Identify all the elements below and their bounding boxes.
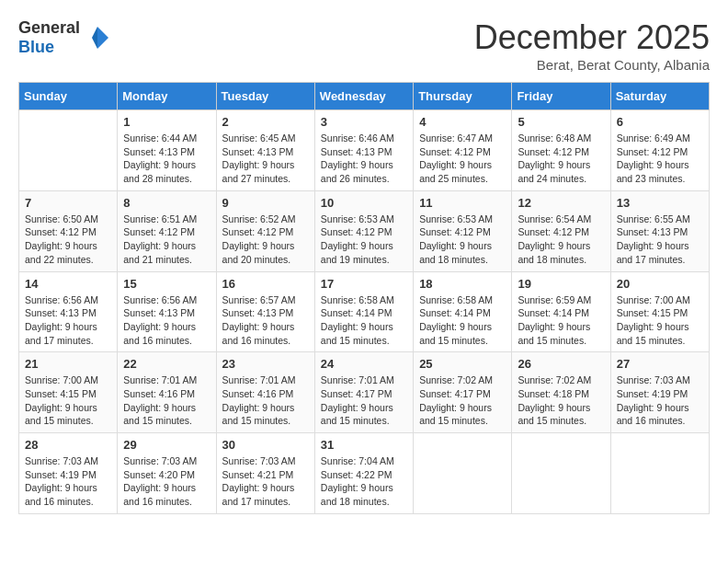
day-number: 24 <box>321 357 407 371</box>
calendar-cell: 22Sunrise: 7:01 AMSunset: 4:16 PMDayligh… <box>118 352 216 433</box>
calendar-cell: 15Sunrise: 6:56 AMSunset: 4:13 PMDayligh… <box>118 271 216 352</box>
weekday-header-wednesday: Wednesday <box>314 83 413 110</box>
logo-text: General Blue <box>18 18 80 57</box>
day-number: 15 <box>123 277 210 291</box>
day-info: Sunrise: 6:51 AMSunset: 4:12 PMDaylight:… <box>123 213 210 267</box>
day-info: Sunrise: 6:48 AMSunset: 4:12 PMDaylight:… <box>518 132 604 186</box>
logo: General Blue <box>18 18 112 57</box>
calendar-cell: 14Sunrise: 6:56 AMSunset: 4:13 PMDayligh… <box>19 271 118 352</box>
day-info: Sunrise: 7:03 AMSunset: 4:21 PMDaylight:… <box>222 454 309 509</box>
day-info: Sunrise: 6:52 AMSunset: 4:12 PMDaylight:… <box>222 213 309 267</box>
weekday-header-saturday: Saturday <box>610 83 709 110</box>
day-number: 23 <box>222 357 309 371</box>
day-number: 21 <box>25 357 111 371</box>
day-number: 9 <box>222 196 309 210</box>
day-number: 8 <box>123 196 210 210</box>
day-number: 14 <box>25 277 111 291</box>
calendar-cell: 19Sunrise: 6:59 AMSunset: 4:14 PMDayligh… <box>512 271 610 352</box>
day-number: 19 <box>518 277 604 291</box>
calendar-cell: 30Sunrise: 7:03 AMSunset: 4:21 PMDayligh… <box>216 433 314 514</box>
day-info: Sunrise: 7:04 AMSunset: 4:22 PMDaylight:… <box>321 454 407 509</box>
day-number: 4 <box>419 115 506 129</box>
calendar-cell: 3Sunrise: 6:46 AMSunset: 4:13 PMDaylight… <box>314 110 413 191</box>
weekday-header-sunday: Sunday <box>19 83 118 110</box>
calendar-cell: 27Sunrise: 7:03 AMSunset: 4:19 PMDayligh… <box>610 352 709 433</box>
calendar-cell: 17Sunrise: 6:58 AMSunset: 4:14 PMDayligh… <box>314 271 413 352</box>
calendar-cell: 20Sunrise: 7:00 AMSunset: 4:15 PMDayligh… <box>610 271 709 352</box>
day-info: Sunrise: 6:58 AMSunset: 4:14 PMDaylight:… <box>419 293 506 348</box>
day-info: Sunrise: 7:00 AMSunset: 4:15 PMDaylight:… <box>617 293 703 348</box>
calendar-cell: 11Sunrise: 6:53 AMSunset: 4:12 PMDayligh… <box>414 190 512 271</box>
day-number: 2 <box>222 115 309 129</box>
weekday-header-thursday: Thursday <box>414 83 512 110</box>
subtitle: Berat, Berat County, Albania <box>474 57 710 73</box>
calendar-cell <box>610 433 709 514</box>
calendar-cell: 16Sunrise: 6:57 AMSunset: 4:13 PMDayligh… <box>216 271 314 352</box>
day-number: 26 <box>518 357 604 371</box>
day-info: Sunrise: 6:56 AMSunset: 4:13 PMDaylight:… <box>123 293 210 348</box>
calendar-cell: 21Sunrise: 7:00 AMSunset: 4:15 PMDayligh… <box>19 352 118 433</box>
day-info: Sunrise: 7:02 AMSunset: 4:17 PMDaylight:… <box>419 373 506 428</box>
calendar-cell: 24Sunrise: 7:01 AMSunset: 4:17 PMDayligh… <box>314 352 413 433</box>
svg-marker-1 <box>92 27 97 49</box>
day-info: Sunrise: 6:44 AMSunset: 4:13 PMDaylight:… <box>123 132 210 186</box>
day-number: 22 <box>123 357 210 371</box>
calendar-cell: 4Sunrise: 6:47 AMSunset: 4:12 PMDaylight… <box>414 110 512 191</box>
weekday-header-monday: Monday <box>118 83 216 110</box>
logo-icon <box>83 23 112 52</box>
day-info: Sunrise: 7:00 AMSunset: 4:15 PMDaylight:… <box>25 373 111 428</box>
day-info: Sunrise: 6:55 AMSunset: 4:13 PMDaylight:… <box>617 213 703 267</box>
day-info: Sunrise: 7:02 AMSunset: 4:18 PMDaylight:… <box>518 373 604 428</box>
day-number: 10 <box>321 196 407 210</box>
weekday-header-tuesday: Tuesday <box>216 83 314 110</box>
day-info: Sunrise: 7:03 AMSunset: 4:19 PMDaylight:… <box>617 373 703 428</box>
logo-general: General <box>18 18 80 37</box>
day-number: 6 <box>617 115 703 129</box>
calendar-cell: 8Sunrise: 6:51 AMSunset: 4:12 PMDaylight… <box>118 190 216 271</box>
day-number: 11 <box>419 196 506 210</box>
calendar-cell: 18Sunrise: 6:58 AMSunset: 4:14 PMDayligh… <box>414 271 512 352</box>
day-number: 20 <box>617 277 703 291</box>
weekday-header-friday: Friday <box>512 83 610 110</box>
day-number: 5 <box>518 115 604 129</box>
day-info: Sunrise: 7:01 AMSunset: 4:16 PMDaylight:… <box>123 373 210 428</box>
day-number: 31 <box>321 438 407 452</box>
calendar-cell: 9Sunrise: 6:52 AMSunset: 4:12 PMDaylight… <box>216 190 314 271</box>
calendar-cell: 6Sunrise: 6:49 AMSunset: 4:12 PMDaylight… <box>610 110 709 191</box>
calendar-cell: 12Sunrise: 6:54 AMSunset: 4:12 PMDayligh… <box>512 190 610 271</box>
calendar-cell: 1Sunrise: 6:44 AMSunset: 4:13 PMDaylight… <box>118 110 216 191</box>
main-title: December 2025 <box>474 18 710 57</box>
day-info: Sunrise: 6:54 AMSunset: 4:12 PMDaylight:… <box>518 213 604 267</box>
calendar-cell: 10Sunrise: 6:53 AMSunset: 4:12 PMDayligh… <box>314 190 413 271</box>
calendar-cell: 23Sunrise: 7:01 AMSunset: 4:16 PMDayligh… <box>216 352 314 433</box>
day-info: Sunrise: 6:53 AMSunset: 4:12 PMDaylight:… <box>321 213 407 267</box>
calendar-cell: 25Sunrise: 7:02 AMSunset: 4:17 PMDayligh… <box>414 352 512 433</box>
day-number: 25 <box>419 357 506 371</box>
day-info: Sunrise: 6:58 AMSunset: 4:14 PMDaylight:… <box>321 293 407 348</box>
logo-blue: Blue <box>18 38 54 56</box>
day-number: 27 <box>617 357 703 371</box>
day-info: Sunrise: 6:57 AMSunset: 4:13 PMDaylight:… <box>222 293 309 348</box>
day-info: Sunrise: 6:56 AMSunset: 4:13 PMDaylight:… <box>25 293 111 348</box>
calendar-cell: 31Sunrise: 7:04 AMSunset: 4:22 PMDayligh… <box>314 433 413 514</box>
calendar-cell: 13Sunrise: 6:55 AMSunset: 4:13 PMDayligh… <box>610 190 709 271</box>
calendar-cell: 26Sunrise: 7:02 AMSunset: 4:18 PMDayligh… <box>512 352 610 433</box>
calendar-cell: 28Sunrise: 7:03 AMSunset: 4:19 PMDayligh… <box>19 433 118 514</box>
day-number: 16 <box>222 277 309 291</box>
day-number: 1 <box>123 115 210 129</box>
day-info: Sunrise: 6:59 AMSunset: 4:14 PMDaylight:… <box>518 293 604 348</box>
day-number: 17 <box>321 277 407 291</box>
title-area: December 2025 Berat, Berat County, Alban… <box>474 18 710 73</box>
calendar-cell <box>512 433 610 514</box>
page-header: General Blue December 2025 Berat, Berat … <box>18 18 710 73</box>
day-info: Sunrise: 6:49 AMSunset: 4:12 PMDaylight:… <box>617 132 703 186</box>
day-info: Sunrise: 7:03 AMSunset: 4:20 PMDaylight:… <box>123 454 210 509</box>
day-info: Sunrise: 6:45 AMSunset: 4:13 PMDaylight:… <box>222 132 309 186</box>
day-info: Sunrise: 7:01 AMSunset: 4:17 PMDaylight:… <box>321 373 407 428</box>
calendar-cell <box>19 110 118 191</box>
day-number: 3 <box>321 115 407 129</box>
calendar-cell <box>414 433 512 514</box>
day-info: Sunrise: 6:46 AMSunset: 4:13 PMDaylight:… <box>321 132 407 186</box>
calendar-cell: 29Sunrise: 7:03 AMSunset: 4:20 PMDayligh… <box>118 433 216 514</box>
day-number: 30 <box>222 438 309 452</box>
